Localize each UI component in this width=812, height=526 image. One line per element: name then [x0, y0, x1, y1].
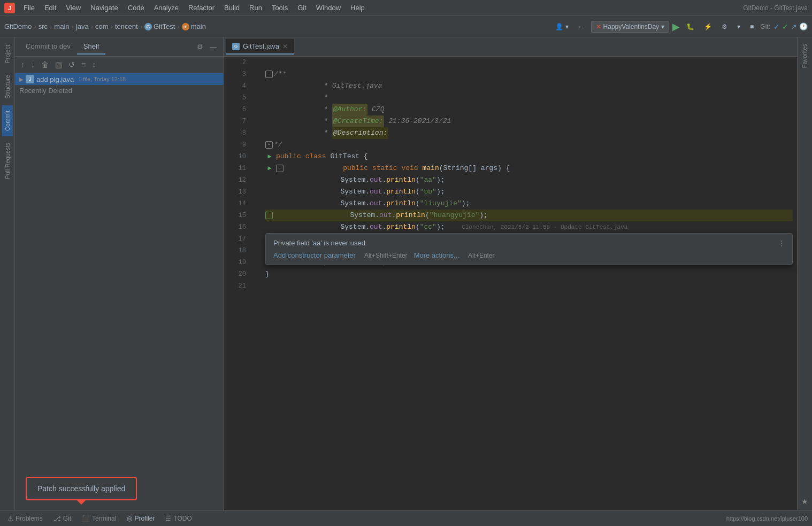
code-line-6: * @Author: CZQ [265, 104, 793, 115]
tab-shelf[interactable]: Shelf [77, 39, 106, 55]
commit-grid-btn[interactable]: ▦ [53, 59, 64, 71]
breadcrumb-main[interactable]: main [54, 22, 69, 30]
breadcrumb-mainmethod[interactable]: main [191, 22, 206, 30]
menu-code[interactable]: Code [124, 3, 149, 13]
status-profiler[interactable]: ◎ Profiler [124, 514, 158, 523]
breadcrumb-gittest[interactable]: GitTest [154, 22, 175, 30]
status-right: https://blog.csdn.net/ipluser100 [726, 515, 808, 522]
hint-action-1[interactable]: Add constructor parameter [273, 251, 356, 259]
status-terminal[interactable]: ⬛ Terminal [79, 514, 119, 523]
sidebar-item-commit[interactable]: Commit [2, 105, 13, 136]
breadcrumb-src[interactable]: src [39, 22, 48, 30]
shelf-item-meta: 1 file, Today 12:18 [78, 76, 126, 82]
line-num-3: 3 [228, 68, 246, 80]
git-status-label: Git [63, 515, 71, 522]
code-line-12: System.out.println("aa"); [265, 174, 793, 186]
commit-upload-btn[interactable]: ↑ [19, 59, 26, 71]
menu-navigate[interactable]: Navigate [86, 3, 122, 13]
sidebar-item-structure[interactable]: Structure [2, 69, 13, 104]
editor-area: G GitTest.java ✕ 2 3 4 5 6 7 8 9 10 11 1… [224, 37, 797, 510]
commit-delete-btn[interactable]: 🗑 [40, 59, 50, 71]
sidebar-item-favorites[interactable]: Favorites [800, 37, 810, 74]
branch-name: HappyValentinsDay [603, 23, 660, 30]
terminal-icon: ⬛ [82, 515, 90, 522]
breadcrumb-gitdemo[interactable]: GitDemo [4, 22, 32, 30]
breadcrumb-tencent[interactable]: tencent [115, 22, 138, 30]
menu-file[interactable]: File [19, 3, 39, 13]
menu-window[interactable]: Window [312, 3, 345, 13]
menu-tools[interactable]: Tools [267, 3, 292, 13]
app-icon: J [4, 3, 15, 13]
shelf-item-add-pig[interactable]: ▶ J add pig.java 1 file, Today 12:18 [15, 73, 223, 85]
line-num-21: 21 [228, 280, 246, 292]
hint-more-dots[interactable]: ⋮ [778, 239, 785, 247]
toolbar: GitDemo › src › main › java › com › tenc… [0, 16, 812, 37]
panel-settings-btn[interactable]: ⚙ [195, 42, 205, 52]
tab-close-btn[interactable]: ✕ [282, 43, 288, 50]
run-button[interactable]: ▶ [672, 21, 680, 33]
menu-run[interactable]: Run [245, 3, 266, 13]
patch-notification-arrow [76, 499, 87, 505]
menu-view[interactable]: View [62, 3, 85, 13]
git-label: Git: [760, 23, 770, 30]
commit-download-btn[interactable]: ↓ [29, 59, 36, 71]
git-check-3: ↗ [791, 22, 797, 31]
back-btn[interactable]: ← [575, 21, 588, 32]
status-git[interactable]: ⎇ Git [50, 514, 74, 523]
breadcrumb-java[interactable]: java [76, 22, 89, 30]
blame-annotation-16: CloneChan, 2021/5/2 11:58 · Update GitTe… [462, 221, 627, 233]
run-icon-10[interactable]: ▶ [265, 152, 274, 161]
line-num-10: 10 [228, 151, 246, 163]
favorites-star[interactable]: ★ [801, 497, 808, 506]
editor-tab-gittest[interactable]: G GitTest.java ✕ [226, 39, 294, 55]
more-run-btn[interactable]: ▾ [734, 21, 744, 32]
commit-refresh-btn[interactable]: ↺ [67, 59, 76, 71]
debug-btn[interactable]: 🐛 [683, 21, 698, 32]
stop-btn[interactable]: ■ [747, 21, 757, 32]
code-line-10: ▶ public class GitTest { [265, 151, 793, 163]
settings-btn[interactable]: ⚙ [718, 21, 731, 32]
menu-git[interactable]: Git [293, 3, 311, 13]
profile-btn[interactable]: 👤 ▾ [552, 21, 571, 32]
menu-edit[interactable]: Edit [40, 3, 60, 13]
commit-menu-btn[interactable]: ≡ [80, 59, 87, 71]
status-todo[interactable]: ☰ TODO [162, 514, 195, 523]
recently-deleted-group[interactable]: Recently Deleted [15, 85, 223, 96]
fold-icon-9[interactable]: - [265, 141, 273, 149]
line-num-11: 11 [228, 163, 246, 174]
line-num-13: 13 [228, 186, 246, 198]
left-sidebar-labels: Project Structure Commit Pull Requests [0, 37, 15, 510]
coverage-btn[interactable]: ⚡ [701, 21, 715, 32]
code-line-2 [265, 57, 793, 68]
terminal-label: Terminal [92, 515, 116, 522]
hint-shortcut-2: Alt+Enter [468, 252, 495, 259]
expand-icon: ▶ [19, 76, 24, 82]
git-status-icon: ⎇ [53, 515, 61, 522]
git-checks: ✓ ✓ ↗ 🕐 [773, 22, 808, 31]
panel-actions: ⚙ — [195, 42, 219, 52]
menu-analyze[interactable]: Analyze [150, 3, 183, 13]
line-num-7: 7 [228, 115, 246, 127]
panel-minimize-btn[interactable]: — [208, 42, 219, 52]
code-line-15: System.out.println("huangyujie"); [265, 210, 793, 221]
menu-refactor[interactable]: Refactor [184, 3, 219, 13]
breadcrumb: GitDemo › src › main › java › com › tenc… [4, 22, 206, 30]
status-problems[interactable]: ⚠ Problems [4, 514, 46, 523]
breadcrumb-com[interactable]: com [95, 22, 109, 30]
tab-label: GitTest.java [243, 42, 279, 50]
code-content[interactable]: - /** * GitTest.java * * @Author: CZQ [261, 57, 797, 510]
hint-action-2[interactable]: More actions... [414, 251, 459, 259]
sidebar-item-pull-requests[interactable]: Pull Requests [2, 137, 13, 184]
shelf-item-label: add pig.java [36, 75, 74, 83]
menu-help[interactable]: Help [346, 3, 369, 13]
panel-tabs: Commit to dev Shelf ⚙ — [15, 37, 223, 57]
patch-notification: Patch successfully applied [26, 477, 137, 500]
sidebar-item-project[interactable]: Project [2, 40, 13, 68]
branch-selector[interactable]: ✕ HappyValentinsDay ▾ [591, 21, 670, 33]
gitclass-icon: G [144, 23, 152, 30]
problems-icon: ⚠ [7, 515, 13, 522]
right-sidebar: Favorites ★ [797, 37, 812, 510]
menu-build[interactable]: Build [220, 3, 244, 13]
tab-commit-to-dev[interactable]: Commit to dev [19, 39, 77, 55]
commit-expand-btn[interactable]: ↕ [90, 59, 97, 71]
